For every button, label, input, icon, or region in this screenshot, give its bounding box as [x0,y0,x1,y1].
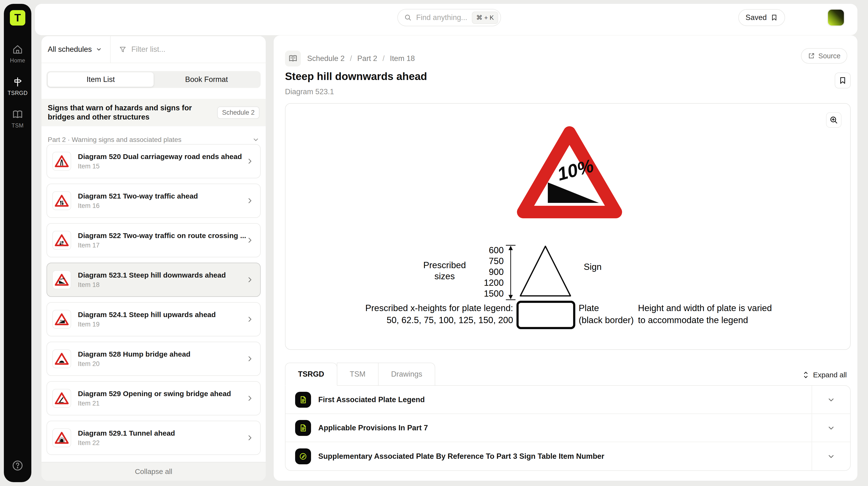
accordion-expand-button[interactable] [812,442,850,470]
accordion-row: Applicable Provisions In Part 7 [285,414,850,442]
search-input[interactable]: Find anything... ⌘ + K [397,9,501,26]
tab-drawings[interactable]: Drawings [378,363,435,386]
detail-tabs: TSRGD TSM Drawings [285,363,435,386]
accordion-row-applicable-provisions[interactable]: Applicable Provisions In Part 7 [285,414,812,442]
expand-all-button[interactable]: Expand all [802,371,847,379]
app-logo[interactable]: T [10,10,25,26]
diagram-figure: 10% Prescribed sizes 600 750 900 1200 15… [285,103,850,350]
list-item-title: Diagram 524.1 Steep hill upwards ahead [78,311,246,319]
sign-annotation-label: Sign [584,261,601,272]
list-item[interactable]: Diagram 521 Two-way traffic ahead Item 1… [46,184,261,218]
schedule-section-header: Signs that warn of hazards and signs for… [41,99,266,126]
chevron-down-icon [96,46,102,53]
chevron-right-icon [246,395,253,402]
saved-button[interactable]: Saved [738,9,785,26]
list-item-subtitle: Item 22 [78,439,246,447]
bookmark-icon [771,14,778,21]
sidebar-item-tsm[interactable]: TSM [4,109,31,129]
tab-tsrgd[interactable]: TSRGD [285,363,337,386]
view-mode-tabs: Item List Book Format [46,71,261,88]
list-item-title: Diagram 529 Opening or swing bridge ahea… [78,390,246,398]
list-item-title: Diagram 520 Dual carriageway road ends a… [78,153,246,161]
provisions-accordion: First Associated Plate Legend Applicable… [285,385,850,471]
question-circle-icon [11,459,24,472]
warning-sign-road-narrows-icon [52,152,71,171]
sign-outline-triangle [517,244,574,300]
filter-placeholder: Filter list... [131,45,165,54]
schedule-filter-value: All schedules [48,45,92,54]
sidebar-item-label: Home [10,57,25,64]
xheights-annotation: Prescribed x-heights for plate legend: 5… [365,302,513,326]
list-item[interactable]: Diagram 529.1 Tunnel ahead Item 22 [46,421,261,455]
list-item-title: Diagram 523.1 Steep hill downwards ahead [78,271,246,279]
schedule-filter-dropdown[interactable]: All schedules [41,36,110,63]
document-icon [295,420,311,436]
list-item-title: Diagram 529.1 Tunnel ahead [78,429,246,437]
list-item-subtitle: Item 17 [78,242,246,249]
bookmark-item-button[interactable] [835,72,850,89]
list-item-subtitle: Item 16 [78,202,246,209]
accordion-expand-button[interactable] [812,386,850,414]
search-placeholder: Find anything... [416,13,467,22]
breadcrumb-separator: / [350,54,352,63]
part-group-label: Part 2 · Warning signs and associated pl… [48,136,182,143]
steep-hill-warning-sign: 10% [514,123,625,222]
list-item[interactable]: 20% Diagram 524.1 Steep hill upwards ahe… [46,302,261,336]
tab-tsm[interactable]: TSM [337,363,378,386]
sidebar-item-label: TSRGD [8,90,28,96]
list-item-selected[interactable]: 10% Diagram 523.1 Steep hill downwards a… [46,263,261,297]
chevron-right-icon [246,276,253,283]
plate-annotation-label: Plate (black border) [579,302,633,326]
zoom-in-button[interactable] [826,112,841,128]
saved-button-label: Saved [745,13,767,22]
chevron-right-icon [246,197,253,204]
chevron-right-icon [246,316,253,323]
warning-sign-opening-bridge-icon [52,389,71,408]
list-item-subtitle: Item 21 [78,400,246,407]
plate-outline-rect [517,301,575,329]
chevron-right-icon [246,434,253,442]
accordion-row-label: Supplementary Associated Plate By Refere… [318,452,604,461]
filter-list-input[interactable]: Filter list... [111,36,266,63]
item-detail-panel: Schedule 2 / Part 2 / Item 18 Source Ste… [274,35,858,481]
pen-circle-icon [295,448,311,464]
page-title: Steep hill downwards ahead [285,70,427,83]
accordion-row-first-associated-plate-legend[interactable]: First Associated Plate Legend [285,386,812,414]
chevron-right-icon [246,158,253,165]
help-button[interactable] [11,459,24,472]
chevron-right-icon [246,355,253,362]
warning-sign-tunnel-icon [52,428,71,447]
breadcrumb-item[interactable]: Item 18 [390,54,415,63]
accordion-expand-button[interactable] [812,414,850,442]
breadcrumb-schedule[interactable]: Schedule 2 [307,54,345,63]
breadcrumb-part[interactable]: Part 2 [357,54,377,63]
list-item[interactable]: Diagram 520 Dual carriageway road ends a… [46,144,261,178]
list-item-subtitle: Item 15 [78,163,246,170]
list-item-subtitle: Item 19 [78,321,246,328]
list-item[interactable]: Diagram 522 Two-way traffic on route cro… [46,223,261,257]
book-icon [12,109,23,120]
prescribed-sizes-label: Prescribed sizes [421,260,469,282]
schedule-section-title: Signs that warn of hazards and signs for… [48,103,214,122]
dimension-arrow [505,244,516,301]
open-book-icon [285,51,301,66]
list-item-title: Diagram 522 Two-way traffic on route cro… [78,232,246,240]
collapse-all-label: Collapse all [135,467,172,476]
tab-book-format[interactable]: Book Format [154,72,259,87]
tab-item-list[interactable]: Item List [48,72,154,87]
list-item[interactable]: Diagram 529 Opening or swing bridge ahea… [46,381,261,415]
sidebar-item-home[interactable]: Home [4,44,31,64]
list-item[interactable]: Diagram 528 Hump bridge ahead Item 20 [46,342,261,376]
collapse-all-button[interactable]: Collapse all [41,462,266,481]
part-group-header[interactable]: Part 2 · Warning signs and associated pl… [48,134,259,145]
warning-sign-steep-hill-up-icon: 20% [52,310,71,329]
topbar: Find anything... ⌘ + K Saved [35,4,858,35]
prescribed-sizes-values: 600 750 900 1200 1500 [471,245,504,299]
chevron-down-icon [252,136,259,143]
schedule-badge: Schedule 2 [217,106,259,119]
sidebar-item-tsrgd[interactable]: TSRGD [4,76,31,96]
user-avatar[interactable] [828,10,844,26]
accordion-row-supplementary-plate[interactable]: Supplementary Associated Plate By Refere… [285,442,812,470]
warning-sign-steep-hill-down-icon: 10% [52,270,71,289]
source-button[interactable]: Source [801,48,847,64]
